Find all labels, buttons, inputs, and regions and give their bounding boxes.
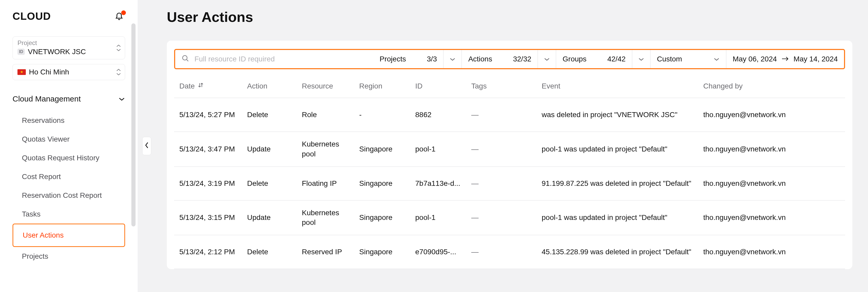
filter-bar: Full resource ID required Projects 3/3 A… — [174, 49, 845, 69]
col-id[interactable]: ID — [415, 82, 471, 90]
project-selector-label: Project — [18, 39, 120, 46]
search-icon — [181, 54, 189, 64]
filter-range-label: Custom — [657, 55, 682, 63]
updown-chevron-icon — [116, 68, 121, 76]
cell-resource: Kubernetes pool — [302, 139, 359, 159]
brand-logo: CLOUD — [12, 10, 51, 22]
sidebar-item-user-actions[interactable]: User Actions — [12, 224, 125, 247]
filter-groups-chevron[interactable] — [632, 50, 651, 68]
cell-region: Singapore — [359, 248, 415, 256]
sidebar-scrollbar[interactable] — [131, 24, 135, 226]
filter-daterange-preset[interactable]: Custom — [651, 50, 726, 68]
chevron-down-icon — [450, 55, 456, 63]
col-date-label: Date — [179, 82, 195, 90]
sidebar-item-quotas-viewer[interactable]: Quotas Viewer — [12, 130, 125, 149]
actions-table: Date Action Resource Region ID Tags Even… — [174, 74, 845, 269]
filter-actions[interactable]: Actions 32/32 — [462, 50, 538, 68]
table-row[interactable]: 5/13/24, 3:47 PM Update Kubernetes pool … — [174, 132, 845, 167]
nav-section-toggle[interactable]: Cloud Management — [12, 92, 125, 106]
col-region[interactable]: Region — [359, 82, 415, 90]
vietnam-flag-icon — [18, 69, 26, 75]
content-card: Full resource ID required Projects 3/3 A… — [167, 41, 852, 269]
chevron-left-icon — [145, 142, 149, 150]
filter-projects-label: Projects — [379, 55, 406, 63]
col-resource[interactable]: Resource — [302, 82, 359, 90]
cell-date: 5/13/24, 2:12 PM — [179, 247, 247, 257]
cell-date: 5/13/24, 3:19 PM — [179, 179, 247, 188]
cell-region: Singapore — [359, 145, 415, 153]
filter-groups[interactable]: Groups 42/42 — [556, 50, 632, 68]
sidebar-item-cost-report[interactable]: Cost Report — [12, 167, 125, 186]
filter-actions-chevron[interactable] — [538, 50, 556, 68]
cell-event: 45.135.228.99 was deleted in project "De… — [541, 247, 703, 257]
cell-id: pool-1 — [415, 145, 471, 153]
sidebar: CLOUD Project ID VNETWORK JSC Ho Chi Min… — [0, 0, 137, 292]
page-title: User Actions — [167, 9, 852, 25]
cell-date: 5/13/24, 5:27 PM — [179, 110, 247, 120]
cell-resource: Floating IP — [302, 179, 359, 188]
cell-tags: — — [471, 111, 541, 119]
notifications-bell[interactable] — [115, 11, 125, 22]
cell-region: Singapore — [359, 179, 415, 188]
cell-action: Delete — [247, 179, 302, 188]
table-row[interactable]: 5/13/24, 2:12 PM Delete Reserved IP Sing… — [174, 235, 845, 269]
filter-projects[interactable]: Projects 3/3 — [373, 50, 444, 68]
table-header-row: Date Action Resource Region ID Tags Even… — [174, 74, 845, 98]
cell-event: pool-1 was updated in project "Default" — [541, 144, 703, 154]
arrow-right-icon — [781, 55, 789, 63]
sidebar-item-reservation-cost-report[interactable]: Reservation Cost Report — [12, 186, 125, 205]
filter-projects-chevron[interactable] — [444, 50, 462, 68]
table-row[interactable]: 5/13/24, 5:27 PM Delete Role - 8862 — wa… — [174, 98, 845, 132]
cell-tags: — — [471, 213, 541, 222]
col-changed-by[interactable]: Changed by — [703, 82, 789, 90]
id-badge-icon: ID — [18, 49, 25, 55]
cell-changed-by: tho.nguyen@vnetwork.vn — [703, 248, 789, 256]
col-tags[interactable]: Tags — [471, 82, 541, 90]
date-from: May 06, 2024 — [733, 55, 777, 63]
table-row[interactable]: 5/13/24, 3:19 PM Delete Floating IP Sing… — [174, 167, 845, 200]
search-placeholder: Full resource ID required — [194, 55, 275, 63]
cell-tags: — — [471, 248, 541, 256]
chevron-down-icon — [713, 55, 720, 63]
sidebar-item-quotas-request-history[interactable]: Quotas Request History — [12, 149, 125, 167]
cell-resource: Kubernetes pool — [302, 208, 359, 228]
filter-groups-count: 42/42 — [607, 55, 626, 63]
search-input[interactable]: Full resource ID required — [175, 50, 373, 68]
cell-id: pool-1 — [415, 213, 471, 222]
notification-dot-icon — [121, 10, 126, 15]
chevron-down-icon — [638, 55, 644, 63]
chevron-down-icon — [544, 55, 550, 63]
filter-groups-label: Groups — [562, 55, 587, 63]
cell-region: - — [359, 111, 415, 119]
filter-actions-count: 32/32 — [513, 55, 531, 63]
sidebar-collapse-button[interactable] — [142, 137, 151, 155]
filter-daterange[interactable]: May 06, 2024 May 14, 2024 — [726, 50, 844, 68]
cell-tags: — — [471, 145, 541, 153]
nav-section-cloud-management: Cloud Management Reservations Quotas Vie… — [12, 92, 125, 266]
project-name: VNETWORK JSC — [28, 48, 86, 56]
col-action[interactable]: Action — [247, 82, 302, 90]
region-selector[interactable]: Ho Chi Minh — [12, 64, 125, 80]
sidebar-item-projects[interactable]: Projects — [12, 247, 125, 266]
cell-event: pool-1 was updated in project "Default" — [541, 213, 703, 222]
table-row[interactable]: 5/13/24, 3:15 PM Update Kubernetes pool … — [174, 200, 845, 235]
cell-action: Delete — [247, 248, 302, 256]
chevron-down-icon — [118, 95, 125, 103]
sidebar-item-tasks[interactable]: Tasks — [12, 205, 125, 224]
cell-resource: Role — [302, 110, 359, 120]
region-name: Ho Chi Minh — [29, 68, 69, 76]
project-selector[interactable]: Project ID VNETWORK JSC — [12, 36, 125, 59]
col-event[interactable]: Event — [541, 82, 703, 90]
cell-id: 8862 — [415, 111, 471, 119]
cell-changed-by: tho.nguyen@vnetwork.vn — [703, 111, 789, 119]
date-to: May 14, 2024 — [794, 55, 838, 63]
project-selector-value: ID VNETWORK JSC — [18, 48, 120, 56]
sidebar-item-reservations[interactable]: Reservations — [12, 111, 125, 130]
cell-action: Delete — [247, 111, 302, 119]
region-selector-value: Ho Chi Minh — [18, 68, 120, 76]
cell-changed-by: tho.nguyen@vnetwork.vn — [703, 145, 789, 153]
cell-tags: — — [471, 179, 541, 188]
brand-row: CLOUD — [12, 10, 125, 22]
sort-icon — [197, 82, 204, 90]
col-date[interactable]: Date — [179, 82, 247, 90]
